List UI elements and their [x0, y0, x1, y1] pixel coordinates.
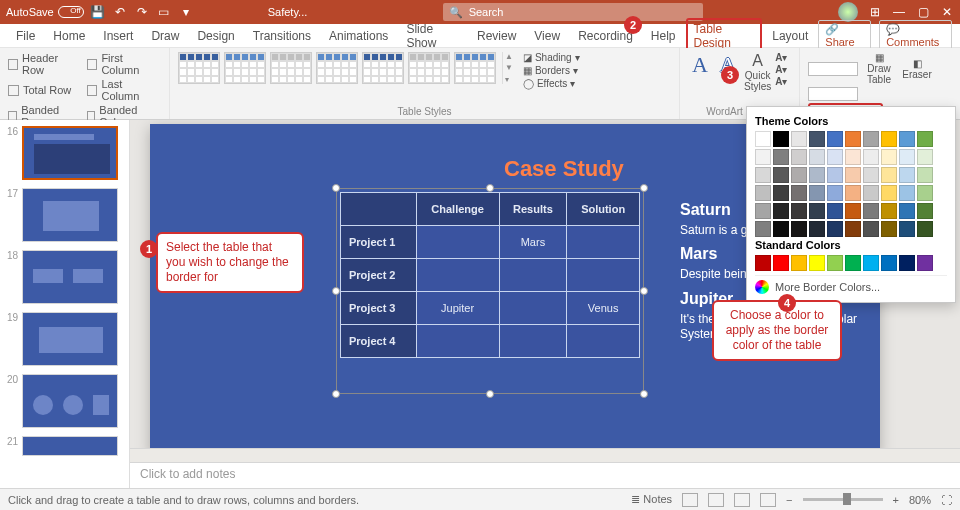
th-challenge[interactable]: Challenge: [416, 193, 499, 226]
theme-color-swatch[interactable]: [917, 149, 933, 165]
theme-color-swatch[interactable]: [881, 131, 897, 147]
theme-color-swatch[interactable]: [917, 131, 933, 147]
toggle-icon[interactable]: [58, 6, 84, 18]
standard-color-swatch[interactable]: [827, 255, 843, 271]
theme-color-swatch[interactable]: [773, 203, 789, 219]
cell[interactable]: [567, 259, 640, 292]
cell[interactable]: [416, 259, 499, 292]
theme-color-swatch[interactable]: [863, 131, 879, 147]
theme-color-swatch[interactable]: [899, 185, 915, 201]
thumbnail-17[interactable]: [22, 188, 118, 242]
tab-layout[interactable]: Layout: [764, 25, 816, 47]
theme-color-swatch[interactable]: [755, 149, 771, 165]
theme-color-swatch[interactable]: [773, 221, 789, 237]
theme-color-swatch[interactable]: [809, 221, 825, 237]
fit-to-window[interactable]: ⛶: [941, 494, 952, 506]
thumbnail-18[interactable]: [22, 250, 118, 304]
zoom-value[interactable]: 80%: [909, 494, 931, 506]
theme-color-swatch[interactable]: [863, 149, 879, 165]
text-outline-button[interactable]: A▾: [775, 64, 787, 75]
tab-view[interactable]: View: [526, 25, 568, 47]
theme-color-swatch[interactable]: [863, 167, 879, 183]
theme-color-swatch[interactable]: [809, 167, 825, 183]
theme-color-swatch[interactable]: [881, 167, 897, 183]
theme-color-swatch[interactable]: [863, 203, 879, 219]
opt-total-row[interactable]: Total Row: [8, 78, 77, 102]
qat-overflow-icon[interactable]: ▾: [178, 4, 194, 20]
theme-color-swatch[interactable]: [899, 149, 915, 165]
view-slideshow[interactable]: [760, 493, 776, 507]
cell[interactable]: [567, 226, 640, 259]
cell[interactable]: Project 1: [341, 226, 417, 259]
draw-table-button[interactable]: ▦ Draw Table: [862, 52, 896, 85]
minimize-button[interactable]: —: [892, 5, 906, 19]
notes-pane[interactable]: Click to add notes: [130, 462, 960, 488]
autosave-toggle[interactable]: AutoSave: [6, 6, 84, 18]
redo-icon[interactable]: ↷: [134, 4, 150, 20]
tab-transitions[interactable]: Transitions: [245, 25, 319, 47]
theme-color-swatch[interactable]: [791, 185, 807, 201]
document-name[interactable]: Safety...: [268, 6, 308, 18]
thumbnail-21[interactable]: [22, 436, 118, 456]
standard-color-swatch[interactable]: [791, 255, 807, 271]
close-button[interactable]: ✕: [940, 5, 954, 19]
cell[interactable]: [499, 325, 567, 358]
share-button[interactable]: 🔗 Share: [818, 20, 871, 51]
theme-color-swatch[interactable]: [827, 221, 843, 237]
thumbnail-20[interactable]: [22, 374, 118, 428]
tab-draw[interactable]: Draw: [143, 25, 187, 47]
tab-design[interactable]: Design: [189, 25, 242, 47]
theme-color-swatch[interactable]: [827, 167, 843, 183]
standard-color-swatch[interactable]: [881, 255, 897, 271]
ribbon-display-icon[interactable]: ⊞: [868, 5, 882, 19]
thumbnail-19[interactable]: [22, 312, 118, 366]
startshow-icon[interactable]: ▭: [156, 4, 172, 20]
theme-color-swatch[interactable]: [827, 203, 843, 219]
table-style-gallery[interactable]: [178, 52, 496, 84]
theme-color-swatch[interactable]: [755, 221, 771, 237]
opt-last-column[interactable]: Last Column: [87, 78, 161, 102]
theme-color-swatch[interactable]: [845, 185, 861, 201]
theme-color-swatch[interactable]: [791, 221, 807, 237]
standard-color-swatch[interactable]: [755, 255, 771, 271]
zoom-slider[interactable]: [803, 498, 883, 501]
theme-color-swatch[interactable]: [899, 167, 915, 183]
theme-color-swatch[interactable]: [881, 221, 897, 237]
theme-color-swatch[interactable]: [809, 149, 825, 165]
theme-color-swatch[interactable]: [881, 149, 897, 165]
standard-color-swatch[interactable]: [773, 255, 789, 271]
comments-button[interactable]: 💬 Comments: [879, 20, 952, 51]
theme-color-swatch[interactable]: [773, 167, 789, 183]
undo-icon[interactable]: ↶: [112, 4, 128, 20]
theme-color-swatch[interactable]: [809, 203, 825, 219]
theme-color-swatch[interactable]: [845, 131, 861, 147]
theme-color-swatch[interactable]: [863, 221, 879, 237]
cell[interactable]: [499, 259, 567, 292]
thumbnail-16[interactable]: [22, 126, 118, 180]
theme-color-swatch[interactable]: [755, 185, 771, 201]
tab-home[interactable]: Home: [45, 25, 93, 47]
user-avatar[interactable]: [838, 2, 858, 22]
quick-styles-button[interactable]: A Quick Styles: [744, 52, 771, 92]
standard-color-swatch[interactable]: [899, 255, 915, 271]
tab-help[interactable]: Help: [643, 25, 684, 47]
cell[interactable]: [416, 226, 499, 259]
cell[interactable]: [499, 292, 567, 325]
theme-color-swatch[interactable]: [827, 185, 843, 201]
th-results[interactable]: Results: [499, 193, 567, 226]
effects-button[interactable]: ◯ Effects ▾: [523, 78, 580, 89]
standard-color-swatch[interactable]: [809, 255, 825, 271]
theme-color-swatch[interactable]: [899, 203, 915, 219]
theme-color-swatch[interactable]: [845, 203, 861, 219]
theme-color-swatch[interactable]: [845, 221, 861, 237]
tab-file[interactable]: File: [8, 25, 43, 47]
tab-animations[interactable]: Animations: [321, 25, 396, 47]
opt-header-row[interactable]: Header Row: [8, 52, 77, 76]
text-effects-button[interactable]: A▾: [775, 76, 787, 87]
view-sorter[interactable]: [708, 493, 724, 507]
maximize-button[interactable]: ▢: [916, 5, 930, 19]
theme-color-swatch[interactable]: [791, 167, 807, 183]
borders-button[interactable]: ▦ Borders ▾: [523, 65, 580, 76]
tab-insert[interactable]: Insert: [95, 25, 141, 47]
case-study-table[interactable]: Challenge Results Solution Project 1Mars…: [340, 192, 640, 358]
